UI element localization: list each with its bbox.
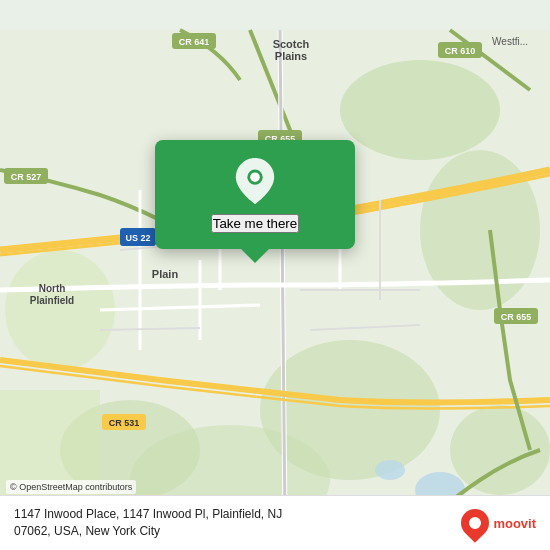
moovit-label: moovit	[493, 516, 536, 531]
svg-point-10	[375, 460, 405, 480]
svg-point-5	[5, 250, 115, 370]
svg-text:CR 655: CR 655	[501, 312, 532, 322]
moovit-icon	[456, 503, 496, 543]
popup-card: Take me there	[155, 140, 355, 249]
address-line2: 07062, USA	[14, 524, 79, 538]
map-background: CR 641 CR 527 CR 655 CR 610 US 22 CR 531…	[0, 0, 550, 550]
svg-text:CR 531: CR 531	[109, 418, 140, 428]
address-text: 1147 Inwood Place, 1147 Inwood Pl, Plain…	[14, 506, 451, 540]
svg-point-34	[250, 172, 260, 182]
osm-attribution: © OpenStreetMap contributors	[6, 480, 136, 494]
svg-text:Plainfield: Plainfield	[30, 295, 74, 306]
svg-text:Plains: Plains	[275, 50, 307, 62]
svg-text:CR 610: CR 610	[445, 46, 476, 56]
svg-text:CR 527: CR 527	[11, 172, 42, 182]
svg-text:Plain: Plain	[152, 268, 179, 280]
svg-text:US 22: US 22	[125, 233, 150, 243]
svg-point-1	[340, 60, 500, 160]
svg-text:Scotch: Scotch	[273, 38, 310, 50]
attribution-text: © OpenStreetMap contributors	[10, 482, 132, 492]
take-me-there-button[interactable]: Take me there	[211, 214, 299, 233]
svg-text:CR 641: CR 641	[179, 37, 210, 47]
address-line1: 1147 Inwood Place, 1147 Inwood Pl, Plain…	[14, 507, 282, 521]
location-pin-icon	[235, 158, 275, 204]
city: New York City	[85, 524, 160, 538]
info-bar: 1147 Inwood Place, 1147 Inwood Pl, Plain…	[0, 495, 550, 550]
svg-text:Westfi...: Westfi...	[492, 36, 528, 47]
svg-text:North: North	[39, 283, 66, 294]
map-container: CR 641 CR 527 CR 655 CR 610 US 22 CR 531…	[0, 0, 550, 550]
moovit-logo[interactable]: moovit	[461, 509, 536, 537]
